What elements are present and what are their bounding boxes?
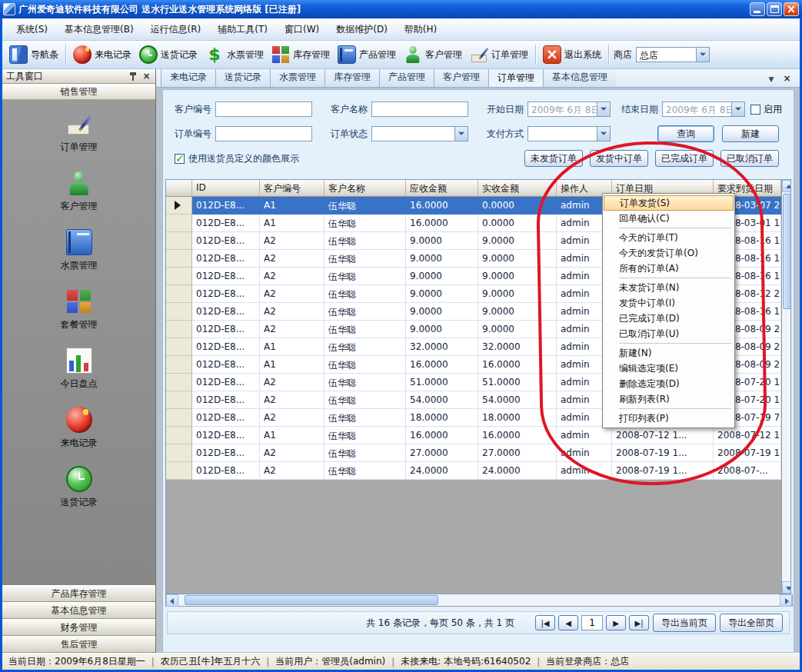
tab-7[interactable]: 基本信息管理 (543, 69, 616, 87)
row-selector[interactable] (166, 215, 192, 232)
row-selector[interactable] (166, 303, 192, 321)
row-selector[interactable] (166, 285, 192, 303)
sidebar-item-3[interactable]: 套餐管理 (61, 288, 98, 331)
table-cell[interactable]: 伍华聪 (324, 338, 406, 356)
customer-no-input[interactable] (215, 101, 312, 117)
table-cell[interactable]: 18.0000 (478, 409, 557, 427)
tab-2[interactable]: 水票管理 (270, 69, 325, 87)
table-cell[interactable]: 16.0000 (406, 356, 478, 374)
toolbar-button-0[interactable]: 导航条 (5, 43, 62, 66)
context-menu-item-17[interactable]: 打印列表(P) (604, 411, 734, 426)
table-cell[interactable]: 2008-07-19 1... (612, 444, 714, 462)
table-cell[interactable]: A2 (260, 232, 324, 250)
table-cell[interactable]: 012D-E8... (192, 338, 260, 356)
sidebar-item-2[interactable]: 水票管理 (61, 229, 98, 272)
table-cell[interactable]: 012D-E8... (192, 215, 260, 232)
chevron-down-icon[interactable] (454, 127, 468, 141)
table-cell[interactable]: 9.0000 (478, 303, 557, 321)
table-cell[interactable]: A2 (260, 285, 324, 303)
tab-list-chevron-icon[interactable] (767, 75, 776, 84)
context-menu-item-5[interactable]: 所有的订单(A) (604, 261, 734, 276)
row-selector[interactable] (166, 409, 192, 427)
table-cell[interactable]: 54.0000 (406, 391, 478, 409)
close-button[interactable] (784, 2, 799, 16)
menu-item-3[interactable]: 辅助工具(T) (210, 19, 275, 40)
table-cell[interactable]: 9.0000 (406, 250, 478, 268)
order-status-select[interactable] (371, 126, 468, 141)
column-header-4[interactable]: 实收金额 (478, 180, 557, 197)
toolbar-button-1[interactable]: 来电记录 (69, 43, 135, 66)
customer-name-input[interactable] (371, 101, 468, 117)
table-cell[interactable]: 012D-E8... (192, 356, 260, 374)
row-selector[interactable] (166, 444, 192, 462)
toolbar-button-8[interactable]: 退出系统 (539, 43, 605, 66)
scroll-right-icon[interactable] (780, 594, 792, 607)
scroll-up-icon[interactable] (782, 180, 791, 192)
table-cell[interactable]: 0.0000 (478, 215, 557, 232)
row-selector[interactable] (166, 462, 192, 480)
sidebar-section-0[interactable]: 产品库存管理 (2, 585, 155, 602)
table-cell[interactable]: A1 (260, 338, 324, 356)
close-icon[interactable] (141, 72, 151, 82)
table-cell[interactable]: 伍华聪 (324, 374, 406, 391)
table-cell[interactable]: 2008-07-12 1... (612, 427, 714, 444)
column-header-0[interactable]: ID (192, 180, 260, 197)
chevron-down-icon[interactable] (597, 127, 610, 141)
table-cell[interactable]: 16.0000 (406, 197, 478, 215)
table-cell[interactable]: 51.0000 (478, 374, 557, 391)
context-menu-item-0[interactable]: 订单发货(S) (604, 195, 734, 211)
table-cell[interactable]: 012D-E8... (192, 374, 260, 391)
table-cell[interactable]: A2 (260, 444, 324, 462)
minimize-button[interactable] (750, 2, 765, 16)
context-menu-item-15[interactable]: 刷新列表(R) (604, 391, 734, 407)
vertical-scrollbar[interactable] (781, 180, 791, 594)
table-cell[interactable]: A1 (260, 215, 324, 232)
row-selector[interactable] (166, 356, 192, 374)
horizontal-scrollbar[interactable] (165, 594, 793, 607)
table-cell[interactable]: A1 (260, 197, 324, 215)
toolbar-button-2[interactable]: 送货记录 (135, 43, 201, 66)
table-cell[interactable]: 9.0000 (406, 232, 478, 250)
row-selector[interactable] (166, 232, 192, 250)
chevron-down-icon[interactable] (731, 102, 744, 116)
table-cell[interactable]: 伍华聪 (324, 285, 406, 303)
scroll-down-icon[interactable] (782, 581, 791, 594)
table-cell[interactable]: 2008-07-... (714, 462, 781, 480)
table-cell[interactable]: A2 (260, 374, 324, 391)
row-selector[interactable] (166, 391, 192, 409)
toolbar-button-5[interactable]: 产品管理 (334, 43, 400, 66)
row-selector[interactable] (166, 374, 192, 391)
pin-icon[interactable] (128, 72, 138, 82)
table-cell[interactable]: 16.0000 (478, 356, 557, 374)
maximize-button[interactable] (767, 2, 782, 16)
enable-checkbox[interactable] (750, 105, 760, 115)
row-selector[interactable] (166, 427, 192, 444)
table-cell[interactable]: 16.0000 (478, 427, 557, 444)
export-all-pages-button[interactable]: 导出全部页 (720, 614, 783, 632)
table-cell[interactable]: admin (557, 462, 612, 480)
table-cell[interactable]: 012D-E8... (192, 321, 260, 338)
row-selector[interactable] (166, 250, 192, 268)
toolbar-button-3[interactable]: 水票管理 (201, 43, 268, 66)
context-menu-item-8[interactable]: 发货中订单(I) (604, 295, 734, 311)
scrollbar-track[interactable] (782, 309, 791, 581)
sidebar-item-6[interactable]: 送货记录 (61, 466, 98, 509)
order-no-input[interactable] (215, 126, 312, 141)
table-cell[interactable]: 32.0000 (406, 338, 478, 356)
table-cell[interactable]: 16.0000 (406, 215, 478, 232)
table-cell[interactable]: 18.0000 (406, 409, 478, 427)
table-cell[interactable]: 012D-E8... (192, 232, 260, 250)
table-cell[interactable]: 24.0000 (478, 462, 557, 480)
table-row[interactable]: 012D-E8...A2伍华聪27.000027.0000admin2008-0… (166, 444, 781, 462)
scrollbar-track[interactable] (178, 594, 780, 606)
table-cell[interactable]: 伍华聪 (324, 427, 406, 444)
table-cell[interactable]: 27.0000 (406, 444, 478, 462)
table-cell[interactable]: 0.0000 (478, 197, 557, 215)
sidebar-item-0[interactable]: 订单管理 (61, 111, 98, 154)
context-menu-item-3[interactable]: 今天的订单(T) (604, 230, 734, 245)
start-date-picker[interactable]: 2009年 6月 8日 (527, 101, 611, 117)
table-cell[interactable]: 16.0000 (406, 427, 478, 444)
status-filter-button-1[interactable]: 发货中订单 (590, 150, 648, 167)
table-cell[interactable]: 9.0000 (478, 250, 557, 268)
context-menu-item-9[interactable]: 已完成订单(D) (604, 311, 734, 326)
